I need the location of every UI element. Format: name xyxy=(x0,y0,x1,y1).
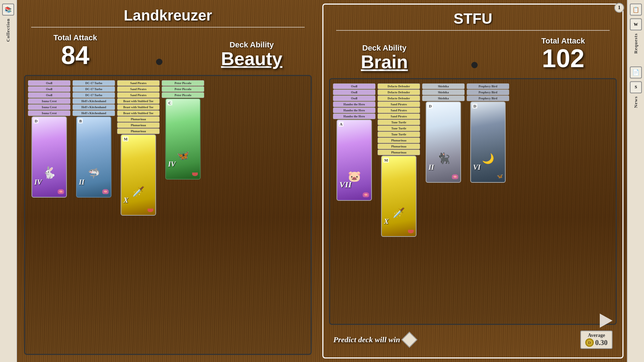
list-item: Sand Pirates xyxy=(117,86,160,92)
list-item: DC-17 Turbo xyxy=(73,80,115,86)
left-total-attack-block: Total Attack 84 xyxy=(53,33,97,68)
left-divider xyxy=(31,27,305,28)
left-sidebar: 📚 Collection xyxy=(0,0,17,362)
coin-icon: D xyxy=(585,338,594,347)
left-stack-2: DC-17 Turbo DC-17 Turbo DC-17 Turbo Hell… xyxy=(73,80,115,198)
left-player-name: Landkreuzer xyxy=(24,7,312,24)
list-item: Tune Turtle xyxy=(378,132,420,137)
right-stat-dot xyxy=(471,62,478,68)
right-cards-container: Oodl Oodl Oodl Hambo the Hero Hambo the … xyxy=(329,78,617,325)
list-item: Beast with Stubbed Toe xyxy=(117,98,160,104)
card-roman: VI xyxy=(473,163,481,171)
list-item: Prophecy Bird xyxy=(467,83,509,89)
list-item: Oodl xyxy=(333,89,375,95)
right-stack-2: Defacto Defender Defacto Defender Defact… xyxy=(378,83,420,237)
right-big-card-2[interactable]: M 🗡️ X xyxy=(381,156,416,237)
right-total-attack-block: Total Attack 102 xyxy=(541,36,585,71)
list-item: Oodl xyxy=(333,83,375,89)
news-label: News xyxy=(633,96,639,108)
card-roman: IV xyxy=(168,160,176,168)
right-big-card-1[interactable]: A 🐷 VII 🧠 xyxy=(337,119,372,201)
main-content: Landkreuzer Total Attack 84 Deck Ability… xyxy=(17,0,627,362)
right-stack-4-list: Prophecy Bird Prophecy Bird Prophecy Bir… xyxy=(467,83,509,101)
right-big-card-4[interactable]: D 🌙 VI 🦋 xyxy=(470,101,506,183)
right-stats-row: Deck Ability Brain Total Attack 102 xyxy=(329,36,617,71)
card-label: B xyxy=(78,118,83,123)
left-stack-4: Peter Piccolo Peter Piccolo Peter Piccol… xyxy=(162,80,204,180)
right-deck-ability-value: Brain xyxy=(361,53,408,71)
news-icon1[interactable]: 📄 xyxy=(630,66,642,78)
left-big-card-4[interactable]: C 🦋 IV xyxy=(165,98,201,180)
list-item: Prophecy Bird xyxy=(467,89,509,95)
right-stack-3-list: Shishika Shishika Shishika xyxy=(422,83,465,101)
list-item: Plumarinaa xyxy=(378,138,420,143)
list-item: DC-17 Turbo xyxy=(73,92,115,98)
list-item: Defacto Defender xyxy=(378,95,420,101)
right-big-card-3[interactable]: D 🐈‍⬛ II 🧠 xyxy=(426,101,461,183)
list-item: DC-17 Turbo xyxy=(73,86,115,92)
right-divider xyxy=(336,30,610,31)
list-item: Tune Turtle xyxy=(378,119,420,125)
list-item: Sand Pirates xyxy=(378,107,420,113)
requests-label: Requests xyxy=(633,33,639,54)
list-item: Defacto Defender xyxy=(378,83,420,89)
lip-icon xyxy=(148,209,153,212)
left-total-attack-value: 84 xyxy=(53,42,97,68)
list-item: Oodl xyxy=(333,95,375,101)
requests-icon2[interactable]: W xyxy=(630,18,642,30)
left-stack-1: Oodl Oodl Oodl Isuna Crest Isuna Crest I… xyxy=(28,80,70,198)
card-roman: II xyxy=(429,163,434,171)
list-item: Sand Pirates xyxy=(117,80,160,86)
corner-badge: 1 xyxy=(614,3,624,13)
left-stack-3: Sand Pirates Sand Pirates Sand Pirates B… xyxy=(117,80,160,216)
requests-icon1[interactable]: 📋 xyxy=(630,4,642,16)
list-item: Isuna Crest xyxy=(28,104,70,110)
predict-text: Predict deck will win xyxy=(333,335,400,344)
list-item: Prophecy Bird xyxy=(467,95,509,101)
card-roman: VII xyxy=(339,180,352,189)
card-roman: II xyxy=(79,178,85,186)
right-stack-4: Prophecy Bird Prophecy Bird Prophecy Bir… xyxy=(467,83,509,183)
list-item: Oodl xyxy=(28,86,70,92)
predict-bar: Predict deck will win Average D 0.30 xyxy=(329,328,617,352)
right-stack-1-list: Oodl Oodl Oodl Hambo the Hero Hambo the … xyxy=(333,83,375,119)
predict-diamond-icon xyxy=(401,332,417,348)
right-stack-3: Shishika Shishika Shishika D 🐈‍⬛ II 🧠 xyxy=(422,83,465,183)
list-item: Sand Pirates xyxy=(378,101,420,107)
card-label: C xyxy=(167,100,172,105)
collection-label: Collection xyxy=(5,18,11,42)
list-item: Oodl xyxy=(28,80,70,86)
list-item: Hell's Kitchenhand xyxy=(73,104,115,110)
lip-icon xyxy=(408,230,414,233)
brain-icon: 🧠 xyxy=(363,192,369,197)
list-item: Plumarinaa xyxy=(117,116,160,122)
left-big-card-1[interactable]: D 🐇 IV 🧠 xyxy=(31,116,67,198)
play-button[interactable] xyxy=(600,314,615,329)
average-label: Average xyxy=(588,333,605,338)
left-big-card-2[interactable]: B 🦈 II 🧠 xyxy=(76,116,111,198)
left-big-card-3[interactable]: M 🗡️ X xyxy=(121,134,156,216)
left-player-panel: Landkreuzer Total Attack 84 Deck Ability… xyxy=(17,0,319,362)
list-item: Oodl xyxy=(28,92,70,98)
brain-icon: 🧠 xyxy=(102,189,109,194)
list-item: Plumarinaa xyxy=(117,122,160,128)
list-item: Beast with Stubbed Toe xyxy=(117,104,160,110)
news-icon2[interactable]: S xyxy=(630,81,642,93)
list-item: Hambo the Hero xyxy=(333,107,375,113)
left-stat-dot xyxy=(156,59,162,65)
list-item: Hell's Kitchenhand xyxy=(73,110,115,116)
right-stack-2-list: Defacto Defender Defacto Defender Defact… xyxy=(378,83,420,156)
brain-icon: 🧠 xyxy=(58,189,64,194)
play-triangle-icon xyxy=(600,314,613,328)
right-player-name: STFU xyxy=(329,10,617,27)
right-deck-ability-block: Deck Ability Brain xyxy=(361,43,408,71)
left-deck-ability-value: Beauty xyxy=(221,49,282,68)
list-item: Peter Piccolo xyxy=(162,80,204,86)
brain-icon: 🧠 xyxy=(452,174,458,179)
card-label: M xyxy=(123,136,128,141)
collection-icon[interactable]: 📚 xyxy=(2,4,14,16)
right-player-panel: STFU Deck Ability Brain Total Attack 102… xyxy=(322,4,623,358)
left-stack-2-list: DC-17 Turbo DC-17 Turbo DC-17 Turbo Hell… xyxy=(73,80,115,116)
card-label: M xyxy=(383,158,389,163)
list-item: Shishika xyxy=(422,83,465,89)
